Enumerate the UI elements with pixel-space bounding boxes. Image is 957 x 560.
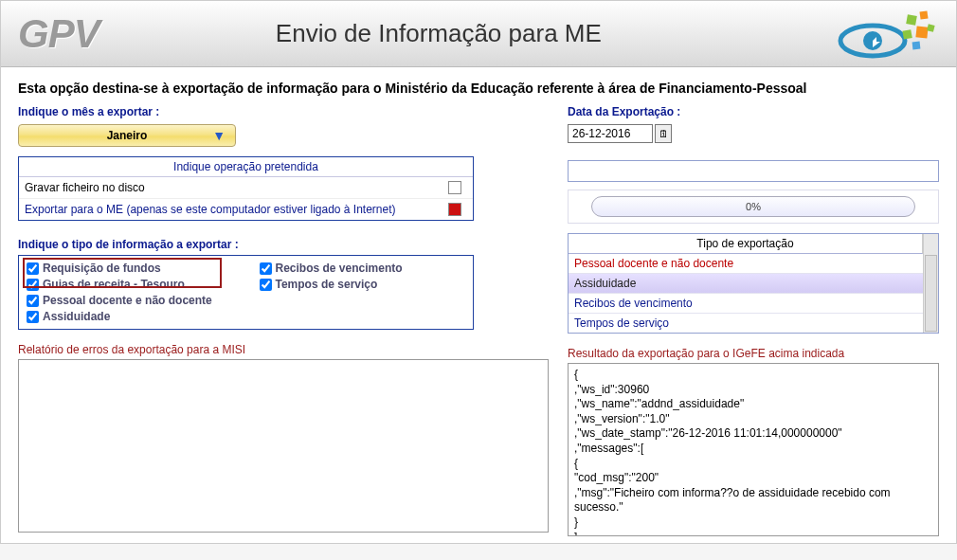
export-type-item-tempos[interactable]: Tempos de serviço — [569, 314, 923, 333]
month-label: Indique o mês a exportar : — [18, 105, 549, 118]
check-label: Recibos de vencimento — [276, 262, 403, 275]
check-label: Assiduidade — [43, 310, 110, 323]
check-assiduidade[interactable]: Assiduidade — [27, 310, 233, 323]
checkbox-input[interactable] — [27, 279, 39, 291]
info-type-label: Indique o tipo de informação a exportar … — [18, 238, 549, 251]
month-dropdown[interactable]: Janeiro ▼ — [18, 124, 236, 147]
check-recibos-vencimento[interactable]: Recibos de vencimento — [260, 262, 466, 275]
svg-rect-2 — [906, 14, 917, 26]
scrollbar[interactable] — [923, 254, 938, 333]
checkbox-icon[interactable] — [448, 203, 461, 216]
svg-rect-5 — [902, 29, 912, 39]
check-label: Guias de receita - Tesouro — [43, 278, 185, 291]
checkbox-icon[interactable] — [448, 181, 461, 194]
check-tempos-servico[interactable]: Tempos de serviço — [260, 278, 466, 291]
errors-section-label: Relatório de erros da exportação para a … — [18, 343, 549, 356]
errors-textarea[interactable] — [18, 359, 549, 533]
checkbox-input[interactable] — [27, 295, 39, 307]
export-type-list: Pessoal docente e não docente Assiduidad… — [569, 254, 923, 333]
calendar-button[interactable]: 🗓 — [655, 124, 672, 143]
info-type-box: Requisição de fundos Recibos de vencimen… — [18, 255, 474, 330]
checkbox-input[interactable] — [260, 262, 272, 275]
check-label: Tempos de serviço — [276, 278, 378, 291]
brand-eye-icon — [835, 8, 939, 60]
progress-text: 0% — [746, 201, 761, 212]
check-pessoal-docente[interactable]: Pessoal docente e não docente — [27, 294, 233, 307]
operation-row-label: Gravar ficheiro no disco — [25, 181, 448, 194]
date-label: Data da Exportação : — [568, 105, 939, 118]
export-type-item-assiduidade[interactable]: Assiduidade — [569, 274, 923, 294]
svg-rect-7 — [912, 42, 921, 50]
result-section-label: Resultado da exportação para o IGeFE aci… — [568, 347, 939, 360]
operation-box: Indique operação pretendida Gravar fiche… — [18, 156, 474, 221]
left-column: Indique o mês a exportar : Janeiro ▼ Ind… — [18, 105, 549, 539]
export-type-box: Tipo de exportação Pessoal docente e não… — [568, 233, 939, 334]
export-date-input[interactable] — [568, 124, 653, 143]
status-box — [568, 160, 939, 182]
result-textarea[interactable] — [568, 363, 939, 536]
operation-row-save-disk[interactable]: Gravar ficheiro no disco — [19, 177, 473, 198]
progress-container: 0% — [568, 190, 939, 224]
app-window: GPV Envio de Informação para ME Esta opç… — [0, 0, 957, 544]
check-label: Requisição de fundos — [43, 262, 161, 275]
checkbox-input[interactable] — [27, 311, 39, 323]
check-label: Pessoal docente e não docente — [43, 294, 212, 307]
svg-rect-4 — [915, 26, 928, 38]
content-area: Esta opção destina-se à exportação de in… — [1, 67, 956, 543]
check-requisicao-fundos[interactable]: Requisição de fundos — [27, 262, 233, 275]
check-guias-receita[interactable]: Guias de receita - Tesouro — [27, 278, 233, 291]
checkbox-input[interactable] — [260, 279, 272, 291]
month-value: Janeiro — [107, 129, 148, 142]
operation-box-title: Indique operação pretendida — [19, 157, 473, 177]
svg-rect-6 — [927, 24, 934, 31]
checkbox-input[interactable] — [27, 262, 39, 275]
operation-row-label: Exportar para o ME (apenas se este compu… — [25, 203, 448, 216]
export-type-header: Tipo de exportação — [569, 234, 923, 254]
page-title: Envio de Informação para ME — [43, 19, 835, 48]
chevron-down-icon: ▼ — [212, 129, 226, 142]
operation-row-export-me[interactable]: Exportar para o ME (apenas se este compu… — [19, 198, 473, 220]
calendar-icon: 🗓 — [659, 128, 669, 139]
export-type-item-pessoal[interactable]: Pessoal docente e não docente — [569, 254, 923, 274]
intro-text: Esta opção destina-se à exportação de in… — [18, 81, 939, 96]
svg-rect-3 — [919, 10, 928, 19]
scrollbar[interactable] — [923, 234, 938, 254]
right-column: Data da Exportação : 🗓 0% Tipo de export — [568, 105, 939, 539]
app-header: GPV Envio de Informação para ME — [1, 1, 956, 67]
progress-bar: 0% — [591, 196, 915, 217]
export-type-item-recibos[interactable]: Recibos de vencimento — [569, 294, 923, 314]
